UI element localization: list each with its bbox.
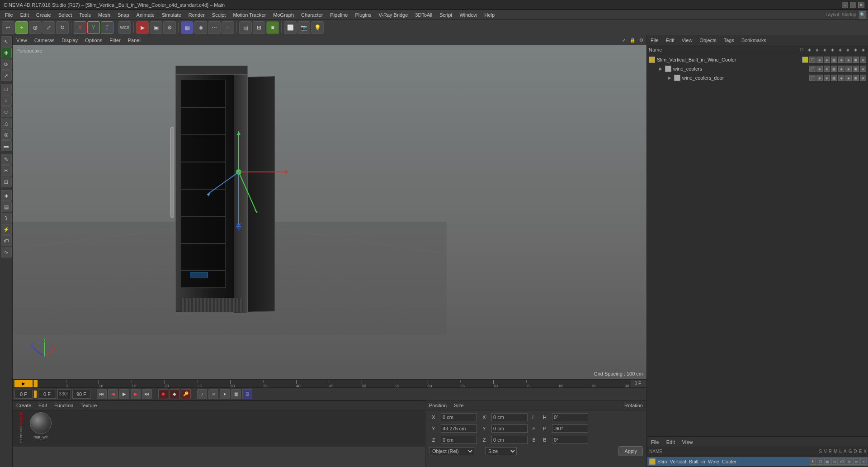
toolbar-coord-btn[interactable]: WCS [118,21,131,34]
playback-motion-btn[interactable]: ≋ [208,389,218,399]
menu-simulate[interactable]: Simulate [159,11,184,19]
toolbar-polygon-btn[interactable]: ◈ [194,21,207,34]
rotation-p-input[interactable] [552,424,588,433]
obj-icon-wc-3[interactable]: ◈ [824,66,830,72]
toolbar-point-btn[interactable]: · [222,21,234,34]
menu-select[interactable]: Select [55,11,75,19]
obj-tab-edit[interactable]: Edit [664,37,676,44]
tool-bridge[interactable]: ⊟ [1,176,12,187]
tool-torus[interactable]: ◎ [1,129,12,140]
obj-icon-checkmark-9[interactable]: ◈ [860,57,866,63]
tool-cube[interactable]: □ [1,84,12,95]
attr-icon-eye[interactable]: 👁 [810,458,816,465]
current-frame-input[interactable] [38,390,56,399]
size-x-input[interactable] [491,413,528,421]
mat-tab-function[interactable]: Function [52,402,75,409]
playback-prev-key-btn[interactable]: ◀ [108,389,118,399]
position-x-input[interactable] [441,413,477,421]
viewport-3d[interactable]: X Z Y Perspective Grid Spacing : 100 cm [13,45,646,379]
tool-sphere[interactable]: ○ [1,95,12,106]
rotation-b-input[interactable] [552,436,588,444]
start-frame-input[interactable] [14,390,33,399]
obj-icon-door-8[interactable]: ◈ [860,75,866,81]
tool-move[interactable]: ✚ [1,48,12,58]
obj-row-wine-cooler[interactable]: Slim_Vertical_Built_in_Wine_Cooler ☐ ◈ ◈… [647,55,868,64]
vp-tab-view[interactable]: View [14,37,29,44]
menu-snap[interactable]: Snap [114,11,132,19]
obj-icon-door-5[interactable]: ◈ [838,75,844,81]
tool-scale[interactable]: ⤢ [1,70,12,81]
toolbar-light-btn[interactable]: 💡 [311,21,324,34]
toolbar-undo-btn[interactable]: ↩ [2,21,14,34]
tool-spline[interactable]: ∿ [1,247,12,257]
obj-expand-wine-coolers[interactable]: ▶ [658,66,663,71]
tool-select[interactable]: ↖ [1,36,12,47]
obj-tab-view[interactable]: View [680,37,694,44]
obj-icon-checkmark-5[interactable]: ▦ [831,57,837,63]
playback-record-btn[interactable]: ⏺ [158,389,168,399]
timeline-playhead[interactable] [34,380,38,387]
toolbar-camera-btn[interactable]: 📷 [297,21,310,34]
menu-character[interactable]: Character [298,11,326,19]
playback-play-btn[interactable]: ▶ [119,389,129,399]
toolbar-x-axis-btn[interactable]: X [74,21,86,34]
toolbar-render-btn[interactable]: ▶ [136,21,149,34]
search-icon[interactable]: 🔍 [859,11,866,19]
obj-icon-door-4[interactable]: ▦ [831,75,837,81]
obj-icon-wc-2[interactable]: ◈ [816,66,823,72]
playback-time-btn[interactable]: ⊡ [242,389,252,399]
apply-button[interactable]: Apply [618,446,643,456]
mat-tab-edit[interactable]: Edit [37,402,49,409]
toolbar-scale-btn[interactable]: ⤢ [42,21,55,34]
menu-sculpt[interactable]: Sculpt [209,11,229,19]
attr-icon-arrow[interactable]: ⊘ [853,458,859,465]
minimize-button[interactable]: – [842,2,848,8]
size-y-input[interactable] [491,424,528,433]
obj-expand-door[interactable]: ▶ [667,75,672,81]
timeline-ruler[interactable]: 0 5 10 15 20 25 30 35 40 45 50 [33,380,631,387]
obj-icon-checkmark-2[interactable]: ☐ [809,57,816,63]
menu-tools[interactable]: Tools [76,11,94,19]
obj-icon-wc-7[interactable]: ▣ [853,66,859,72]
rotation-h-input[interactable] [552,413,588,421]
menu-mograph[interactable]: MoGraph [270,11,297,19]
playback-sound-btn[interactable]: ♪ [197,389,207,399]
toolbar-ipr-btn[interactable]: ▣ [150,21,162,34]
obj-tab-tags[interactable]: Tags [722,37,736,44]
vp-lock-icon[interactable]: 🔒 [629,37,636,44]
obj-icon-door-7[interactable]: ▣ [853,75,859,81]
position-y-input[interactable] [441,424,477,433]
playback-motion2-btn[interactable]: ▦ [231,389,241,399]
toolbar-texture-btn[interactable]: ▤ [239,21,252,34]
menu-window[interactable]: Window [456,11,480,19]
toolbar-edge-btn[interactable]: ⋯ [208,21,221,34]
attr-icon-lock[interactable]: ⊡ [831,458,838,465]
toolbar-rotate-btn[interactable]: ↻ [56,21,69,34]
menu-file[interactable]: File [2,11,16,19]
tool-material[interactable]: ◈ [1,190,12,201]
toolbar-object-btn[interactable]: ▦ [181,21,193,34]
playback-pose-btn[interactable]: ♦ [220,389,230,399]
playback-next-key-btn[interactable]: ▶ [131,389,141,399]
vp-maximize-icon[interactable]: ⤢ [620,37,627,44]
maximize-button[interactable]: □ [850,2,856,8]
position-z-input[interactable] [441,436,477,444]
obj-icon-wc-5[interactable]: ◈ [838,66,844,72]
attr-tab-view[interactable]: View [680,438,695,446]
obj-icon-checkmark-7[interactable]: ◈ [845,57,852,63]
vp-tab-display[interactable]: Display [60,37,80,44]
attr-icon-box1[interactable]: ☐ [817,458,823,465]
menu-edit[interactable]: Edit [17,11,32,19]
obj-icon-checkmark-3[interactable]: ◈ [816,57,823,63]
mat-tab-create[interactable]: Create [14,402,33,409]
vp-tab-filter[interactable]: Filter [108,37,122,44]
vp-tab-options[interactable]: Options [83,37,104,44]
menu-plugins[interactable]: Plugins [352,11,374,19]
toolbar-y-axis-btn[interactable]: Y [87,21,100,34]
obj-row-wine-coolers-door[interactable]: ▶ wine_coolers_door ☐ ◈ ◈ ▦ ◈ ◈ ▣ ◈ [647,73,868,82]
menu-render[interactable]: Render [185,11,208,19]
close-button[interactable]: ✕ [858,2,864,8]
obj-icon-wc-6[interactable]: ◈ [845,66,852,72]
obj-icon-door-3[interactable]: ◈ [824,75,830,81]
toolbar-viewport-btn[interactable]: ⬜ [284,21,297,34]
